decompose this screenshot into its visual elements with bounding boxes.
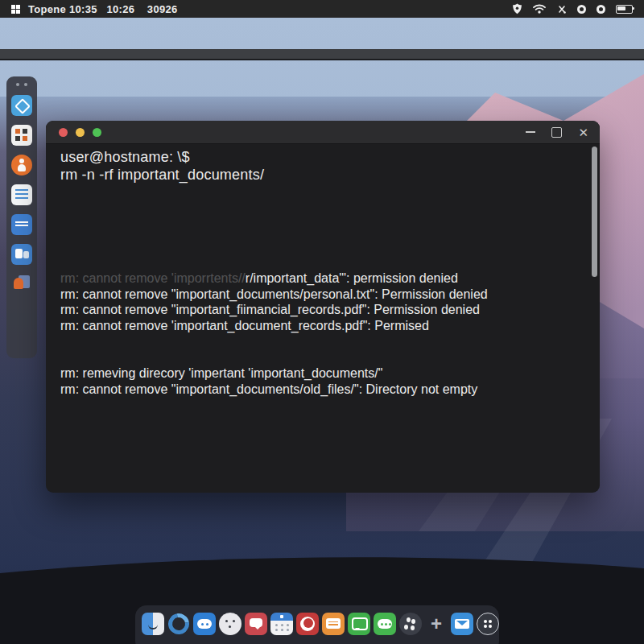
terminal-error-line: rm: cannot remove "important_fiimancial_… <box>60 302 488 318</box>
sidebar-item-text-icon[interactable] <box>11 214 32 235</box>
terminal-content[interactable]: user@hostname: \$ rm -n -rf important_do… <box>60 143 588 493</box>
status-circle-icon-2[interactable] <box>597 5 605 14</box>
close-traffic-light[interactable] <box>59 128 68 137</box>
dock-pinwheel-icon[interactable] <box>296 613 319 635</box>
terminal-error-line: rm: remeving direcory 'impertant 'import… <box>60 365 477 382</box>
close-icon[interactable]: ✕ <box>578 126 588 138</box>
terminal-error-block-1: rm: cannot remove 'imporrtents//r/import… <box>60 270 488 333</box>
dock-heart-chat-icon[interactable] <box>245 613 267 635</box>
terminal-titlebar[interactable]: ✕ <box>46 121 600 144</box>
terminal-window: ✕ user@hostname: \$ rm -n -rf important_… <box>46 121 600 493</box>
minimize-traffic-light[interactable] <box>76 128 85 137</box>
apps-grid-icon[interactable] <box>11 5 20 14</box>
bluetooth-off-icon[interactable] <box>556 4 567 14</box>
terminal-error-line: rm: cannot remove "important_documents/o… <box>60 382 477 398</box>
scrollbar-thumb[interactable] <box>592 147 597 277</box>
terminal-command-line: rm -n -rf important_documents/ <box>60 166 264 184</box>
dock-chat-dots-icon[interactable] <box>374 613 396 635</box>
traffic-lights <box>59 128 101 137</box>
sidebar-item-document-icon[interactable] <box>11 184 32 205</box>
dock-paw-icon[interactable] <box>399 613 422 635</box>
menu-bar: Topene 10:35 10:26 30926 <box>0 0 644 18</box>
dock-browser-swoosh-icon[interactable] <box>167 613 190 635</box>
dock: + <box>135 605 499 644</box>
terminal-prompt-line: user@hostname: \$ <box>60 148 264 166</box>
sidebar-item-shapes-icon[interactable] <box>11 244 32 265</box>
maximize-icon[interactable] <box>551 127 562 138</box>
sidebar-item-overlap-squares-icon[interactable] <box>11 274 32 295</box>
terminal-error-line: rm: cannot remove 'imporrtents//r/import… <box>60 270 488 287</box>
terminal-error-line: rm: cannot remove "important_documents/p… <box>60 287 488 303</box>
minimize-icon[interactable] <box>526 131 535 133</box>
sidebar-item-qr-grid-icon[interactable] <box>11 125 32 146</box>
status-circle-icon[interactable] <box>577 5 586 14</box>
shield-icon[interactable] <box>512 3 522 14</box>
dock-mail-icon[interactable] <box>451 613 473 635</box>
dock-window-chat-icon[interactable] <box>322 613 345 635</box>
dock-speech-bubble-icon[interactable] <box>348 613 370 635</box>
dock-app-grid-icon[interactable] <box>477 613 499 635</box>
sidebar-item-person-icon[interactable] <box>11 155 32 175</box>
dock-messages-face-icon[interactable] <box>193 613 216 635</box>
dock-calendar-icon[interactable] <box>270 613 293 635</box>
terminal-error-block-2: rm: remeving direcory 'impertant 'import… <box>60 365 477 397</box>
dock-finder-icon[interactable] <box>142 613 164 635</box>
background-window-edge <box>0 49 644 60</box>
dock-clock-face-icon[interactable] <box>219 613 242 635</box>
dock-plus-icon[interactable]: + <box>425 613 448 635</box>
desktop: Topene 10:35 10:26 30926 <box>0 0 644 644</box>
wifi-icon[interactable] <box>533 4 546 14</box>
menubar-status-text: Topene 10:35 10:26 30926 <box>28 3 178 15</box>
sidebar-panel <box>6 76 37 358</box>
terminal-error-line: rm: cannot remove 'important_document_re… <box>60 318 488 334</box>
battery-icon[interactable] <box>616 5 633 14</box>
sidebar-item-camera-icon[interactable] <box>11 95 32 116</box>
sidebar-handle-dots <box>16 83 27 86</box>
zoom-traffic-light[interactable] <box>93 128 101 137</box>
